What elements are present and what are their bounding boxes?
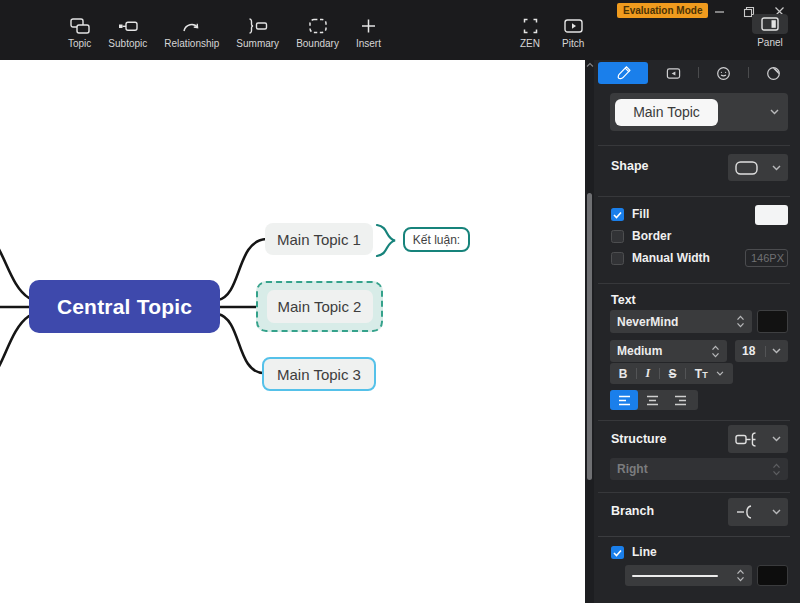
section-divider	[598, 196, 790, 197]
shape-dropdown[interactable]	[728, 154, 788, 181]
summary-brace	[377, 225, 395, 256]
main-topic-2-node[interactable]: Main Topic 2	[267, 290, 373, 323]
toolbar-item-label: Subtopic	[108, 39, 147, 49]
insert-button[interactable]: Insert	[352, 17, 385, 49]
toolbar-insert-group: Topic Subtopic Relationship	[64, 17, 385, 49]
topic-button[interactable]: Topic	[64, 17, 95, 49]
relationship-icon	[182, 17, 201, 35]
divider	[636, 368, 637, 379]
italic-button[interactable]: I	[646, 366, 651, 381]
text-case-button[interactable]: TT	[695, 367, 708, 381]
main-topic-3-node[interactable]: Main Topic 3	[262, 357, 376, 391]
text-align-bar	[610, 390, 698, 410]
tab-image[interactable]	[648, 62, 698, 84]
tab-clipart[interactable]	[748, 62, 798, 84]
chevron-up-icon	[586, 62, 594, 68]
branch-curve-icon	[735, 504, 758, 520]
line-style-sample	[632, 575, 718, 577]
shape-heading: Shape	[611, 159, 649, 173]
summary-icon	[247, 17, 268, 35]
text-format-bar: B I S TT	[610, 363, 733, 384]
section-divider	[598, 283, 790, 284]
branch-style-dropdown[interactable]	[728, 498, 788, 526]
align-right-icon	[674, 395, 687, 406]
tab-sticker[interactable]	[698, 62, 748, 84]
zen-brackets-icon	[522, 17, 539, 35]
subtopic-button[interactable]: Subtopic	[104, 17, 151, 49]
structure-right-icon	[735, 431, 760, 447]
line-checkbox[interactable]	[611, 546, 624, 559]
case-large: T	[695, 367, 702, 381]
pitch-button[interactable]: Pitch	[558, 17, 588, 49]
main-topic-1-node[interactable]: Main Topic 1	[265, 223, 373, 255]
panel-scrollbar-thumb[interactable]	[587, 193, 592, 480]
font-color-swatch[interactable]	[757, 310, 788, 333]
xmind-window: Evaluation Mode Topic	[0, 0, 800, 603]
align-center-icon	[646, 395, 659, 406]
manual-width-checkbox[interactable]	[611, 252, 624, 265]
align-left-button[interactable]	[610, 390, 638, 410]
chevron-down-icon	[772, 436, 781, 442]
align-right-button[interactable]	[666, 390, 694, 410]
relationship-button[interactable]: Relationship	[160, 17, 223, 49]
section-divider	[598, 420, 790, 421]
panel-toggle-button[interactable]: Panel	[748, 14, 792, 48]
panel-icon	[752, 14, 788, 34]
summary-button[interactable]: Summary	[232, 17, 283, 49]
bold-button[interactable]: B	[619, 367, 628, 381]
structure-dropdown[interactable]	[728, 425, 788, 453]
topic-style-selector[interactable]: Main Topic	[610, 93, 788, 131]
toolbar-item-label: Topic	[68, 39, 91, 49]
toolbar-item-label: Summary	[236, 39, 279, 49]
font-weight-dropdown[interactable]: Medium	[610, 340, 727, 362]
summary-topic-node[interactable]: Kết luận:	[403, 227, 470, 252]
toolbar-item-label: Insert	[356, 39, 381, 49]
image-icon	[666, 66, 681, 81]
text-heading: Text	[611, 293, 636, 307]
divider	[659, 368, 660, 379]
boundary-icon	[309, 17, 327, 35]
section-divider	[598, 492, 790, 493]
evaluation-mode-badge: Evaluation Mode	[617, 3, 708, 18]
panel-scrollbar-track[interactable]	[585, 60, 594, 603]
fill-color-swatch[interactable]	[755, 205, 788, 225]
fill-checkbox[interactable]	[611, 208, 624, 221]
manual-width-input[interactable]: 146 PX	[745, 249, 788, 267]
toolbar-panel-group: Panel	[748, 14, 792, 48]
chevron-down-icon[interactable]	[716, 371, 724, 376]
line-label: Line	[632, 546, 657, 559]
tab-divider	[748, 67, 749, 78]
chevron-down-icon	[772, 348, 781, 354]
manual-width-value: 146	[751, 252, 769, 264]
brush-icon	[616, 66, 631, 81]
line-style-dropdown[interactable]	[625, 565, 752, 586]
strikethrough-button[interactable]: S	[669, 367, 677, 381]
structure-direction-dropdown[interactable]: Right	[610, 458, 788, 480]
structure-direction-value: Right	[617, 462, 648, 476]
font-family-dropdown[interactable]: NeverMind	[610, 310, 752, 333]
manual-width-label: Manual Width	[632, 252, 710, 265]
subtopic-icon	[118, 17, 138, 35]
font-weight-value: Medium	[617, 344, 662, 358]
align-left-icon	[618, 395, 631, 406]
align-center-button[interactable]	[638, 390, 666, 410]
tab-divider	[698, 67, 699, 78]
line-color-swatch[interactable]	[757, 565, 788, 586]
pitch-play-icon	[564, 17, 583, 35]
stepper-icon	[711, 345, 720, 358]
fill-label: Fill	[632, 208, 649, 221]
zen-button[interactable]: ZEN	[516, 17, 544, 49]
minimize-button[interactable]	[704, 3, 734, 20]
border-checkbox[interactable]	[611, 230, 624, 243]
branch-heading: Branch	[611, 504, 654, 518]
mindmap-canvas[interactable]: Central Topic Main Topic 1 Main Topic 2 …	[0, 60, 585, 603]
case-small: T	[702, 370, 708, 380]
font-size-dropdown[interactable]: 18	[735, 340, 788, 362]
tab-style[interactable]	[598, 62, 648, 84]
clip-tag-icon	[766, 66, 781, 81]
divider	[685, 368, 686, 379]
stepper-icon	[736, 569, 745, 582]
manual-width-unit: PX	[769, 252, 784, 264]
central-topic-node[interactable]: Central Topic	[29, 280, 220, 333]
boundary-button[interactable]: Boundary	[292, 17, 343, 49]
